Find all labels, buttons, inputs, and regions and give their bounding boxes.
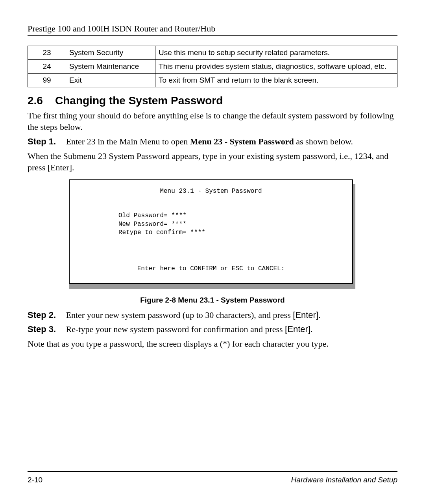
terminal-line: New Password= **** bbox=[118, 220, 343, 229]
step-label: Step 2. bbox=[28, 310, 64, 320]
table-row: 99 Exit To exit from SMT and return to t… bbox=[28, 74, 397, 87]
terminal-figure: Menu 23.1 - System Password Old Password… bbox=[69, 184, 356, 289]
intro-paragraph: The first thing your should do before an… bbox=[28, 110, 397, 133]
menu-name: Exit bbox=[66, 74, 155, 87]
menu-number: 24 bbox=[28, 60, 66, 74]
terminal-line: Old Password= **** bbox=[118, 212, 343, 220]
enter-key: [Enter] bbox=[285, 324, 310, 334]
step-text: . bbox=[318, 310, 321, 320]
terminal-shadow: Menu 23.1 - System Password Old Password… bbox=[69, 184, 355, 289]
terminal-fields: Old Password= **** New Password= **** Re… bbox=[118, 212, 343, 237]
terminal-footer: Enter here to CONFIRM or ESC to CANCEL: bbox=[79, 265, 343, 273]
menu-desc: This menu provides system status, diagno… bbox=[155, 60, 397, 74]
figure-caption: Figure 2-8 Menu 23.1 - System Password bbox=[28, 296, 397, 305]
step-3: Step 3. Re-type your new system password… bbox=[28, 324, 397, 334]
step-2: Step 2. Enter your new system password (… bbox=[28, 310, 397, 320]
section-number: 2.6 bbox=[28, 94, 55, 107]
footer-section: Hardware Installation and Setup bbox=[291, 476, 397, 484]
menu-table: 23 System Security Use this menu to setu… bbox=[28, 46, 397, 87]
submenu-paragraph: When the Submenu 23 System Password appe… bbox=[28, 151, 397, 173]
page-footer: 2-10 Hardware Installation and Setup bbox=[28, 471, 397, 484]
menu-number: 99 bbox=[28, 74, 66, 87]
menu-desc: Use this menu to setup security related … bbox=[155, 46, 397, 60]
menu-name: System Maintenance bbox=[66, 60, 155, 74]
terminal-line: Retype to confirm= **** bbox=[118, 229, 343, 237]
terminal-title: Menu 23.1 - System Password bbox=[79, 187, 343, 196]
table-row: 23 System Security Use this menu to setu… bbox=[28, 46, 397, 60]
page-number: 2-10 bbox=[28, 476, 42, 484]
page-header: Prestige 100 and 100IH ISDN Router and R… bbox=[28, 24, 397, 36]
step-1: Step 1. Enter 23 in the Main Menu to ope… bbox=[28, 137, 397, 147]
menu-desc: To exit from SMT and return to the blank… bbox=[155, 74, 397, 87]
terminal-box: Menu 23.1 - System Password Old Password… bbox=[69, 179, 353, 284]
step-text: as shown below. bbox=[294, 137, 353, 146]
step-label: Step 3. bbox=[28, 324, 64, 334]
step-bold: Menu 23 - System Password bbox=[190, 137, 294, 146]
note-paragraph: Note that as you type a password, the sc… bbox=[28, 338, 397, 350]
section-heading: 2.6Changing the System Password bbox=[28, 94, 397, 107]
section-title: Changing the System Password bbox=[55, 94, 223, 107]
step-label: Step 1. bbox=[28, 137, 64, 147]
enter-key: [Enter] bbox=[293, 310, 318, 320]
step-text: Enter 23 in the Main Menu to open bbox=[66, 137, 190, 146]
step-text: Enter your new system password (up to 30… bbox=[66, 310, 293, 320]
menu-number: 23 bbox=[28, 46, 66, 60]
table-row: 24 System Maintenance This menu provides… bbox=[28, 60, 397, 74]
menu-name: System Security bbox=[66, 46, 155, 60]
page: Prestige 100 and 100IH ISDN Router and R… bbox=[0, 0, 425, 504]
step-text: . bbox=[310, 324, 313, 334]
step-text: Re-type your new system password for con… bbox=[66, 324, 285, 334]
